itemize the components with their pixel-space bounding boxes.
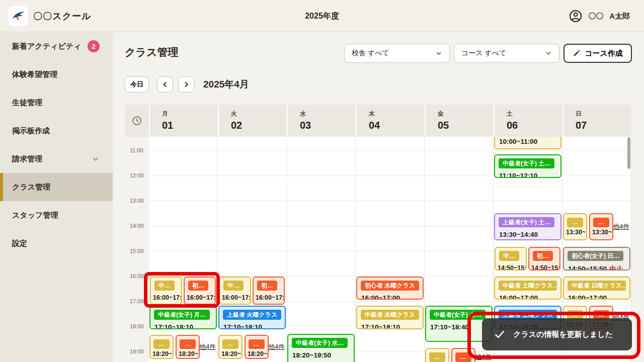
class-event-中級者 土曜クラス…[interactable]: 中級者 土曜クラス…16:00~17:00 — [494, 277, 561, 300]
class-event-中…[interactable]: 中…14:50~15: — [495, 247, 527, 270]
sidebar-item-スタッフ管理[interactable]: スタッフ管理 — [0, 201, 113, 229]
account-org: 〇〇 — [588, 12, 603, 21]
time-label: 12:00 — [130, 172, 149, 178]
sidebar-item-請求管理[interactable]: 請求管理 — [0, 145, 113, 173]
event-title: 上級者 火曜クラス — [223, 310, 281, 320]
day-header-日07: 日07 — [564, 105, 631, 137]
class-event-…[interactable]: …18:20~ — [245, 335, 269, 359]
class-event-…[interactable]: …13:30~ — [589, 213, 613, 240]
time-label: 15:00 — [130, 248, 149, 254]
day-header-火02: 火02 — [219, 105, 287, 137]
prev-week-button[interactable] — [157, 76, 173, 93]
day-number: 04 — [369, 120, 425, 131]
current-month-label: 2025年4月 — [203, 76, 249, 93]
chevron-down-icon — [545, 50, 552, 57]
course-filter-dropdown[interactable]: コース すべて — [454, 44, 559, 63]
event-title: 初… — [533, 251, 553, 261]
event-title: 中級者 土曜クラス… — [499, 281, 557, 291]
event-time: 18:20~ — [248, 350, 268, 357]
pencil-icon — [573, 49, 581, 57]
event-title: 初心者(女子) 日… — [568, 251, 623, 261]
sidebar-item-label: 設定 — [12, 239, 27, 248]
event-time: 16:00~17: — [153, 294, 181, 301]
event-time: 14:50~15: — [498, 264, 526, 270]
event-title: 初… — [257, 281, 277, 291]
event-title: … — [593, 218, 609, 227]
day-of-week: 水 — [300, 110, 356, 118]
event-time: 16:00~17: — [256, 294, 284, 301]
class-event-…[interactable]: …18:20~ — [149, 335, 174, 359]
day-number: 03 — [300, 120, 356, 131]
class-event-初心者 木曜クラス[interactable]: 初心者 木曜クラス16:00~17:00 — [356, 277, 424, 300]
time-gutter-header — [125, 105, 149, 137]
class-event-…[interactable]: …18:20~ — [176, 335, 200, 359]
class-event-上級者 火曜クラス[interactable]: 上級者 火曜クラス17:10~18:10 — [218, 306, 286, 329]
class-event-初…[interactable]: 初…16:00~17: — [184, 277, 216, 305]
next-week-button[interactable] — [178, 76, 194, 93]
more-events-link[interactable]: 他4件 — [199, 335, 216, 359]
day-header-土06: 土06 — [495, 105, 562, 137]
sidebar-item-クラス管理[interactable]: クラス管理 — [0, 173, 113, 201]
time-label: 14:00 — [130, 223, 149, 229]
sidebar-item-新着アクティビティ[interactable]: 新着アクティビティ2 — [0, 32, 113, 60]
day-header-木04: 木04 — [357, 105, 425, 137]
event-time: 14:50~15: — [531, 264, 559, 270]
class-event-中級者 日曜クラス…[interactable]: 中級者 日曜クラス…16:00~17:00 — [563, 277, 630, 300]
chevron-left-icon — [162, 81, 169, 88]
event-title: … — [153, 339, 170, 349]
vertical-scrollbar[interactable] — [627, 137, 630, 169]
chevron-down-icon — [92, 155, 100, 163]
more-events-link[interactable]: 他4件 — [613, 213, 629, 240]
class-event-…[interactable]: … — [425, 348, 449, 362]
sidebar-item-生徒管理[interactable]: 生徒管理 — [0, 88, 113, 117]
event-title: 中… — [154, 281, 175, 291]
sidebar-item-label: クラス管理 — [12, 183, 50, 192]
event-title: 中級者 木曜クラス — [361, 310, 419, 320]
event-time: 18:20~ — [221, 350, 242, 357]
check-icon — [494, 329, 505, 340]
class-event-中級者(女子) 月…[interactable]: 中級者(女子) 月…17:10~18:10 — [149, 306, 217, 329]
day-of-week: 日 — [576, 110, 631, 118]
event-title: 初心者 木曜クラス — [361, 281, 419, 291]
class-event-中…[interactable]: 中…16:00~17: — [150, 277, 182, 305]
class-event[interactable]: 10:00~11:00 — [494, 137, 561, 149]
class-event-上級者(女子) 土…[interactable]: 上級者(女子) 土…13:30~14:40 — [494, 213, 561, 240]
create-course-button[interactable]: コース作成 — [564, 44, 632, 63]
class-event-…[interactable]: … — [451, 348, 475, 362]
sidebar-item-体験希望管理[interactable]: 体験希望管理 — [0, 60, 113, 88]
more-events-link[interactable]: 他4件 — [268, 335, 285, 359]
chevron-right-icon — [183, 81, 190, 88]
toast-message: クラスの情報を更新しました — [513, 330, 613, 339]
school-filter-dropdown[interactable]: 校舎 すべて — [344, 44, 450, 63]
event-title: 中… — [223, 281, 244, 291]
day-header-月01: 月01 — [150, 105, 218, 137]
course-filter-value: コース すべて — [461, 49, 507, 58]
class-event-中級者(女子) 土…[interactable]: 中級者(女子) 土…11:10~12:10 — [494, 154, 561, 178]
page-title: クラス管理 — [125, 45, 178, 59]
class-event-中級者(女子) 水…[interactable]: 中級者(女子) 水…18:20~19:50 — [287, 334, 355, 362]
event-time: 17:10~18:10 — [154, 323, 216, 329]
today-button[interactable]: 今日 — [125, 76, 149, 93]
create-course-label: コース作成 — [585, 49, 623, 58]
class-event-中…[interactable]: 中…16:00~17: — [219, 277, 251, 305]
day-number: 06 — [507, 120, 562, 131]
sidebar-item-掲示板作成[interactable]: 掲示板作成 — [0, 117, 113, 145]
calendar-day-header: 月01火02水03木04金05土06日07 — [125, 105, 631, 137]
sidebar: 新着アクティビティ2体験希望管理生徒管理掲示板作成請求管理クラス管理スタッフ管理… — [0, 32, 113, 362]
event-title: 初… — [188, 281, 208, 291]
class-event-初…[interactable]: 初…16:00~17: — [253, 277, 285, 305]
sidebar-item-設定[interactable]: 設定 — [0, 229, 113, 257]
event-time: 16:00~17:00 — [361, 294, 423, 300]
class-event-中級者 木曜クラス[interactable]: 中級者 木曜クラス17:10~18:10 — [356, 306, 424, 329]
sidebar-item-label: 生徒管理 — [12, 98, 42, 108]
class-event-初…[interactable]: 初…14:50~15: — [528, 247, 560, 270]
user-menu[interactable]: 〇〇 A太郎 — [569, 0, 630, 32]
class-event-…[interactable]: …13:30~ — [563, 213, 587, 240]
class-event-…[interactable]: …18:20~ — [218, 335, 243, 359]
day-header-金05: 金05 — [426, 105, 494, 137]
event-title: … — [567, 218, 583, 227]
day-number: 01 — [162, 120, 218, 131]
time-label: 16:00 — [130, 273, 149, 279]
time-label: 17:00 — [130, 298, 149, 304]
class-event-初心者(女子) 日…[interactable]: 初心者(女子) 日…14:50~15:50中止 — [563, 247, 630, 270]
